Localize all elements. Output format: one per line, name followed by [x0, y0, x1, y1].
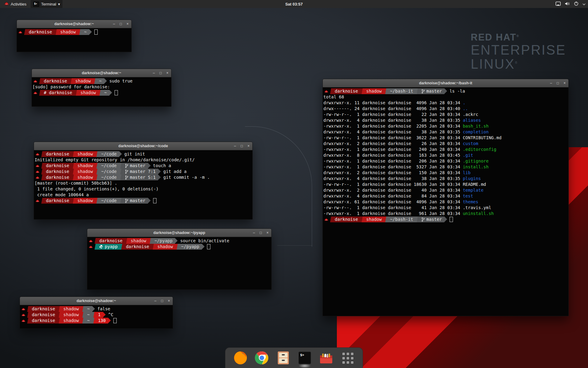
clock[interactable]: Sat 03:57	[285, 2, 303, 6]
status-icons[interactable]	[556, 0, 586, 8]
executable-name: .editorconfig	[463, 147, 496, 152]
prompt-segment-text: darknoise	[32, 312, 55, 318]
window-title: darknoise@shadow:~	[32, 71, 171, 75]
dock-item-terminal[interactable]: $>	[298, 351, 312, 365]
close-button[interactable]: ×	[247, 144, 250, 148]
terminal-screen[interactable]: darknoiseshadow~sudo true[sudo] password…	[32, 77, 171, 107]
powerline-separator	[40, 174, 43, 180]
powerline-arrow	[158, 174, 161, 180]
terminal-output-line: -rw-rw-r--. 1 darknoise darknoise 3622 J…	[323, 135, 568, 141]
redhat-hat-icon	[33, 80, 37, 83]
window-titlebar[interactable]: darknoise@shadow:~/pyapp–□×	[87, 229, 271, 237]
powerline-arrow	[148, 198, 151, 203]
powerline-separator	[75, 90, 78, 96]
prompt-segment-text: ~/bash-it	[390, 217, 413, 222]
terminal-output-line: drwxrwxr-x. 4 darknoise darknoise 38 Jan…	[323, 117, 568, 123]
window-titlebar[interactable]: darknoise@shadow:~/bash-it–□×	[323, 79, 568, 87]
prompt-segment-path: ~/pyapp	[179, 244, 202, 250]
terminal-screen[interactable]: darknoiseshadow~/pyappsource bin/activat…	[87, 237, 271, 290]
prompt-segment-host: shadow	[75, 163, 96, 169]
terminal-output-line: -rw-rw-r--. 1 darknoise darknoise 41 Jan…	[323, 205, 568, 211]
prompt-segment-user: darknoise	[43, 151, 72, 157]
prompt-segment-host: shadow	[73, 78, 93, 84]
terminal-prompt-line: darknoiseshadow~	[17, 29, 131, 35]
dock-item-files[interactable]	[276, 351, 290, 365]
window-titlebar[interactable]: darknoise@shadow:~/code–□×	[34, 142, 252, 150]
command-text: ls -la	[450, 88, 465, 94]
command-text: git commit -a -m .	[163, 174, 210, 180]
prompt-segment-user: darknoise	[29, 312, 58, 318]
prompt-segment-user: darknoise	[43, 169, 72, 174]
powerline-separator	[360, 88, 364, 94]
minimize-button[interactable]: –	[550, 81, 552, 85]
terminal-screen[interactable]: darknoiseshadow~/codegit initInitialized…	[34, 150, 252, 220]
dock-item-firefox[interactable]	[233, 351, 247, 365]
minimize-button[interactable]: –	[113, 22, 115, 26]
chevron-down-icon	[582, 3, 586, 6]
powerline-separator	[92, 318, 96, 324]
powerline-separator	[416, 217, 419, 222]
prompt-segment-user: darknoise	[332, 88, 360, 94]
powerline-separator	[26, 312, 29, 318]
window-titlebar[interactable]: darknoise@shadow:~–□×	[17, 20, 131, 28]
minimize-button[interactable]: –	[153, 71, 155, 75]
prompt-segment-text: darknoise	[46, 198, 69, 204]
terminal-cursor	[207, 244, 210, 249]
maximize-button[interactable]: □	[160, 71, 162, 75]
close-button[interactable]: ×	[266, 231, 269, 235]
dock-item-toolbox[interactable]	[319, 351, 333, 365]
powerline-separator	[58, 318, 61, 324]
prompt-segment-exit: 130	[96, 318, 108, 324]
close-button[interactable]: ×	[168, 299, 170, 303]
display-icon	[556, 2, 561, 6]
window-titlebar[interactable]: darknoise@shadow:~–□×	[20, 297, 173, 305]
prompt-segment-path: ~/code	[99, 151, 119, 157]
dock-item-chrome[interactable]	[255, 351, 269, 365]
prompt-segment-text: shadow	[77, 169, 93, 174]
powerline-separator	[81, 318, 85, 324]
prompt-segment-host: shadow	[61, 318, 81, 324]
terminal-screen[interactable]: darknoiseshadow~	[17, 28, 131, 52]
window-titlebar[interactable]: darknoise@shadow:~–□×	[32, 69, 171, 77]
prompt-segment-path: ~/code	[99, 174, 119, 180]
terminal-output-line: create mode 100644 a	[35, 192, 252, 198]
prompt-segment-text: master	[426, 88, 442, 94]
minimize-button[interactable]: –	[154, 299, 156, 303]
prompt-segment-git: master	[123, 163, 148, 169]
powerline-arrow	[175, 238, 178, 243]
powerline-separator	[119, 163, 123, 169]
dock-item-app-grid[interactable]	[341, 351, 355, 365]
directory-name: lib	[463, 170, 470, 175]
powerline-separator	[26, 318, 29, 324]
output-text: [master (root-commit) 50bcb63] .	[35, 181, 117, 186]
powerline-separator	[125, 238, 128, 244]
maximize-button[interactable]: □	[120, 22, 122, 26]
terminal-screen[interactable]: darknoiseshadow~falsedarknoiseshadow~1^C…	[20, 305, 173, 329]
maximize-button[interactable]: □	[161, 299, 163, 303]
maximize-button[interactable]: □	[241, 144, 243, 148]
prompt-segment-text: master	[130, 163, 145, 169]
activities-button[interactable]: Activities	[2, 0, 29, 8]
redhat-hat-icon	[36, 170, 40, 173]
maximize-button[interactable]: □	[260, 231, 262, 235]
close-button[interactable]: ×	[166, 71, 168, 75]
app-menu-terminal[interactable]: $> Terminal ▾	[31, 0, 62, 8]
desktop[interactable]: RED HAT® ENTERPRISE LINUX® darknoise@sha…	[0, 0, 588, 368]
close-button[interactable]: ×	[564, 81, 566, 85]
close-button[interactable]: ×	[126, 22, 129, 26]
minimize-button[interactable]: –	[253, 231, 255, 235]
maximize-button[interactable]: □	[557, 81, 559, 85]
prompt-segment-host: shadow	[155, 244, 175, 250]
minimize-button[interactable]: –	[234, 144, 236, 148]
directory-name: custom	[463, 141, 478, 146]
powerline-separator	[95, 163, 99, 169]
prompt-segment-user: darknoise	[29, 318, 58, 324]
powerline-separator	[72, 198, 75, 204]
prompt-segment-text: shadow	[63, 312, 79, 318]
output-text: drwxrwxr-x. 4 darknoise darknoise 38 Jan…	[323, 129, 463, 134]
terminal-screen[interactable]: darknoiseshadow~/bash-itmasterls -latota…	[323, 87, 568, 316]
terminal-output-line: drwxrwxr-x. 4 darknoise darknoise 38 Jan…	[323, 129, 568, 135]
terminal-prompt-line: darknoiseshadow~/bash-itmaster	[323, 217, 568, 222]
command-text: touch a	[153, 163, 171, 169]
executable-name: .gitignore	[463, 159, 488, 163]
